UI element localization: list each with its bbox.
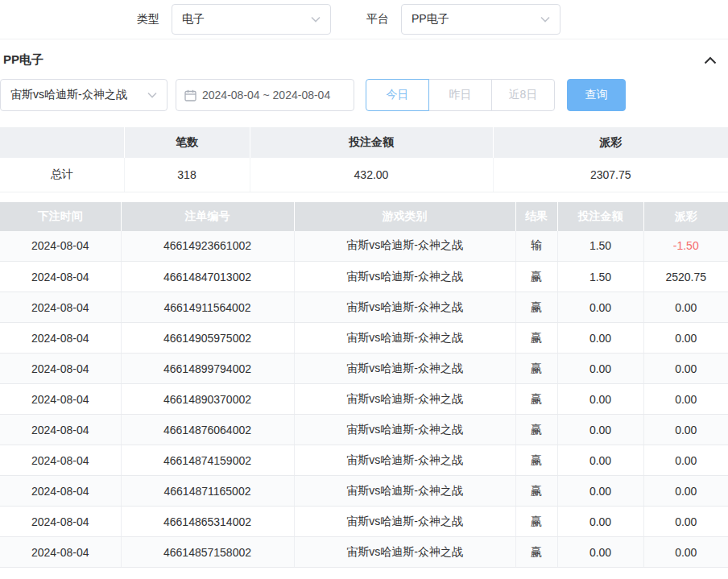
cell-payout: 0.00 bbox=[643, 507, 728, 537]
cell-result: 赢 bbox=[515, 415, 557, 445]
cell-payout: -1.50 bbox=[643, 231, 728, 262]
cell-bet-time: 2024-08-04 bbox=[0, 323, 121, 354]
cell-result: 赢 bbox=[515, 292, 557, 323]
cell-game-category: 宙斯vs哈迪斯-众神之战 bbox=[294, 384, 515, 415]
game-select[interactable]: 宙斯vs哈迪斯-众神之战 bbox=[0, 79, 168, 111]
cell-payout: 0.00 bbox=[643, 445, 728, 476]
calendar-icon bbox=[184, 89, 196, 101]
cell-game-category: 宙斯vs哈迪斯-众神之战 bbox=[294, 292, 515, 323]
section-title: PP电子 bbox=[3, 52, 43, 68]
cell-payout: 0.00 bbox=[643, 354, 728, 384]
cell-order-no: 46614847013002 bbox=[121, 262, 294, 292]
cell-order-no: 46614874159002 bbox=[121, 445, 294, 476]
cell-game-category: 宙斯vs哈迪斯-众神之战 bbox=[294, 415, 515, 445]
summary-header-count: 笔数 bbox=[124, 127, 250, 158]
type-select-value: 电子 bbox=[182, 12, 205, 27]
summary-total-bet-amount: 432.00 bbox=[250, 158, 493, 192]
cell-bet-time: 2024-08-04 bbox=[0, 507, 121, 537]
chevron-down-icon bbox=[540, 16, 550, 23]
cell-bet-time: 2024-08-04 bbox=[0, 445, 121, 476]
table-row: 2024-08-04 46614847013002 宙斯vs哈迪斯-众神之战 赢… bbox=[0, 262, 728, 292]
cell-payout: 0.00 bbox=[643, 476, 728, 507]
toolbar: 宙斯vs哈迪斯-众神之战 2024-08-04 ~ 2024-08-04 今日 … bbox=[0, 79, 728, 127]
cell-game-category: 宙斯vs哈迪斯-众神之战 bbox=[294, 323, 515, 354]
table-row: 2024-08-04 46614871165002 宙斯vs哈迪斯-众神之战 赢… bbox=[0, 476, 728, 507]
cell-order-no: 46614876064002 bbox=[121, 415, 294, 445]
cell-bet-amount: 0.00 bbox=[557, 323, 643, 354]
cell-order-no: 46614911564002 bbox=[121, 292, 294, 323]
cell-result: 赢 bbox=[515, 537, 557, 568]
game-select-value: 宙斯vs哈迪斯-众神之战 bbox=[10, 88, 127, 102]
cell-bet-amount: 0.00 bbox=[557, 292, 643, 323]
yesterday-button[interactable]: 昨日 bbox=[428, 79, 492, 111]
today-button[interactable]: 今日 bbox=[366, 79, 429, 111]
cell-game-category: 宙斯vs哈迪斯-众神之战 bbox=[294, 354, 515, 384]
table-row: 2024-08-04 46614911564002 宙斯vs哈迪斯-众神之战 赢… bbox=[0, 292, 728, 323]
summary-total-label: 总计 bbox=[0, 158, 124, 192]
table-row: 2024-08-04 46614923661002 宙斯vs哈迪斯-众神之战 输… bbox=[0, 231, 728, 262]
bet-table-body: 2024-08-04 46614923661002 宙斯vs哈迪斯-众神之战 输… bbox=[0, 231, 728, 568]
type-select[interactable]: 电子 bbox=[172, 4, 331, 35]
quick-date-button-group: 今日 昨日 近8日 bbox=[366, 79, 555, 111]
cell-result: 赢 bbox=[515, 476, 557, 507]
date-range-value: 2024-08-04 ~ 2024-08-04 bbox=[202, 89, 330, 101]
cell-order-no: 46614890370002 bbox=[121, 384, 294, 415]
platform-label: 平台 bbox=[366, 12, 389, 27]
table-row: 2024-08-04 46614876064002 宙斯vs哈迪斯-众神之战 赢… bbox=[0, 415, 728, 445]
table-row: 2024-08-04 46614899794002 宙斯vs哈迪斯-众神之战 赢… bbox=[0, 354, 728, 384]
cell-bet-time: 2024-08-04 bbox=[0, 384, 121, 415]
cell-result: 赢 bbox=[515, 445, 557, 476]
summary-header-payout: 派彩 bbox=[493, 127, 728, 158]
cell-bet-time: 2024-08-04 bbox=[0, 231, 121, 262]
cell-game-category: 宙斯vs哈迪斯-众神之战 bbox=[294, 262, 515, 292]
cell-result: 输 bbox=[515, 231, 557, 262]
table-row: 2024-08-04 46614890370002 宙斯vs哈迪斯-众神之战 赢… bbox=[0, 384, 728, 415]
cell-bet-amount: 0.00 bbox=[557, 537, 643, 568]
last-8-days-button[interactable]: 近8日 bbox=[491, 79, 555, 111]
top-filter-bar: 类型 电子 平台 PP电子 bbox=[0, 0, 728, 39]
cell-bet-amount: 0.00 bbox=[557, 354, 643, 384]
platform-select[interactable]: PP电子 bbox=[401, 4, 560, 35]
bet-table-header-row: 下注时间 注单编号 游戏类别 结果 投注金额 派彩 bbox=[0, 202, 728, 231]
cell-payout: 0.00 bbox=[643, 384, 728, 415]
platform-select-value: PP电子 bbox=[412, 12, 449, 27]
cell-payout: 0.00 bbox=[643, 292, 728, 323]
bet-records-table: 下注时间 注单编号 游戏类别 结果 投注金额 派彩 2024-08-04 466… bbox=[0, 202, 728, 569]
cell-game-category: 宙斯vs哈迪斯-众神之战 bbox=[294, 445, 515, 476]
header-bet-amount: 投注金额 bbox=[557, 202, 643, 231]
cell-game-category: 宙斯vs哈迪斯-众神之战 bbox=[294, 231, 515, 262]
date-range-input[interactable]: 2024-08-04 ~ 2024-08-04 bbox=[176, 79, 354, 111]
cell-order-no: 46614871165002 bbox=[121, 476, 294, 507]
type-label: 类型 bbox=[137, 12, 159, 27]
search-button[interactable]: 查询 bbox=[567, 79, 626, 111]
cell-bet-time: 2024-08-04 bbox=[0, 476, 121, 507]
summary-total-count: 318 bbox=[124, 158, 250, 192]
header-bet-time: 下注时间 bbox=[0, 202, 121, 231]
cell-bet-time: 2024-08-04 bbox=[0, 537, 121, 568]
cell-bet-time: 2024-08-04 bbox=[0, 292, 121, 323]
cell-bet-amount: 1.50 bbox=[557, 262, 643, 292]
cell-game-category: 宙斯vs哈迪斯-众神之战 bbox=[294, 476, 515, 507]
summary-corner-cell bbox=[0, 127, 124, 158]
header-game-category: 游戏类别 bbox=[294, 202, 515, 231]
summary-header-row: 笔数 投注金额 派彩 bbox=[0, 127, 728, 158]
section-header: PP电子 bbox=[0, 39, 728, 79]
collapse-chevron-up-icon[interactable] bbox=[704, 56, 717, 64]
table-row: 2024-08-04 46614865314002 宙斯vs哈迪斯-众神之战 赢… bbox=[0, 507, 728, 537]
summary-table: 笔数 投注金额 派彩 总计 318 432.00 2307.75 bbox=[0, 127, 728, 192]
cell-bet-time: 2024-08-04 bbox=[0, 354, 121, 384]
cell-result: 赢 bbox=[515, 354, 557, 384]
summary-total-payout: 2307.75 bbox=[493, 158, 728, 192]
chevron-down-icon bbox=[147, 92, 157, 98]
cell-result: 赢 bbox=[515, 323, 557, 354]
cell-payout: 0.00 bbox=[643, 537, 728, 568]
cell-payout: 2520.75 bbox=[643, 262, 728, 292]
cell-result: 赢 bbox=[515, 262, 557, 292]
header-order-no: 注单编号 bbox=[121, 202, 294, 231]
table-row: 2024-08-04 46614857158002 宙斯vs哈迪斯-众神之战 赢… bbox=[0, 537, 728, 568]
cell-result: 赢 bbox=[515, 507, 557, 537]
cell-game-category: 宙斯vs哈迪斯-众神之战 bbox=[294, 537, 515, 568]
summary-header-bet-amount: 投注金额 bbox=[250, 127, 493, 158]
cell-order-no: 46614865314002 bbox=[121, 507, 294, 537]
cell-payout: 0.00 bbox=[643, 415, 728, 445]
